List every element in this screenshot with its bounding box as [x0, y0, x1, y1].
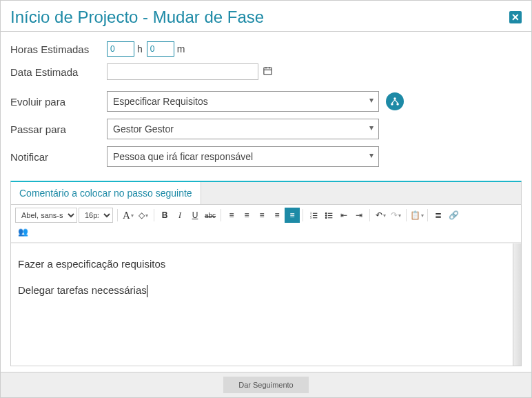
- date-input[interactable]: [107, 63, 258, 80]
- row-hours: Horas Estimadas h m: [10, 41, 522, 57]
- dialog-footer: Dar Seguimento: [1, 372, 531, 397]
- undo-icon[interactable]: ↶: [373, 208, 388, 223]
- separator: [303, 209, 303, 221]
- align-center-icon[interactable]: ≡: [239, 208, 254, 223]
- date-label: Data Estimada: [10, 66, 107, 78]
- strikethrough-icon[interactable]: abc: [203, 208, 218, 223]
- separator: [369, 209, 370, 221]
- redo-icon[interactable]: ↷: [388, 208, 403, 223]
- separator: [406, 209, 407, 221]
- underline-icon[interactable]: U: [187, 208, 203, 223]
- comment-panel: Comentário a colocar no passo seguinte A…: [10, 181, 522, 366]
- separator: [427, 209, 428, 221]
- minutes-unit: m: [177, 43, 185, 54]
- unordered-list-icon[interactable]: [321, 208, 336, 223]
- row-date: Data Estimada: [10, 63, 522, 80]
- paste-icon[interactable]: 📋: [409, 208, 424, 223]
- font-family-select[interactable]: Abel, sans-serif: [15, 208, 77, 223]
- dialog: Início de Projecto - Mudar de Fase ✕ Hor…: [0, 0, 532, 398]
- svg-line-7: [392, 100, 395, 103]
- svg-rect-0: [264, 68, 272, 74]
- font-color-icon[interactable]: A: [121, 208, 136, 223]
- dialog-header: Início de Projecto - Mudar de Fase ✕: [1, 1, 531, 32]
- separator: [154, 209, 154, 221]
- notify-select[interactable]: Pessoa que irá ficar responsável: [107, 146, 379, 167]
- svg-point-5: [391, 103, 393, 106]
- italic-icon[interactable]: I: [172, 208, 187, 223]
- pass-label: Passar para: [10, 123, 107, 135]
- scrollbar[interactable]: [513, 243, 521, 366]
- pass-select[interactable]: Gestor Gestor: [107, 119, 379, 139]
- font-size-select[interactable]: 16px: [79, 208, 113, 223]
- editor-wrap: Fazer a especificação requisitos Delegar…: [11, 243, 521, 366]
- hours-unit: h: [137, 43, 143, 54]
- row-pass: Passar para Gestor Gestor: [10, 119, 522, 139]
- calendar-icon[interactable]: [263, 66, 273, 79]
- tab-comment[interactable]: Comentário a colocar no passo seguinte: [11, 182, 201, 204]
- svg-line-8: [395, 100, 398, 103]
- svg-point-18: [325, 212, 327, 214]
- close-icon[interactable]: ✕: [509, 11, 522, 23]
- evolve-select[interactable]: Especificar Requisitos: [107, 91, 379, 112]
- highlight-color-icon[interactable]: ◇: [136, 208, 151, 223]
- align-left-icon[interactable]: ≡: [224, 208, 239, 223]
- hours-input[interactable]: [107, 41, 134, 57]
- comment-editor[interactable]: Fazer a especificação requisitos Delegar…: [11, 243, 513, 366]
- minutes-input[interactable]: [147, 41, 174, 57]
- notify-label: Notificar: [10, 151, 107, 163]
- user-mention-icon[interactable]: 👥: [15, 224, 30, 239]
- separator: [117, 209, 118, 221]
- submit-button[interactable]: Dar Seguimento: [223, 377, 309, 393]
- editor-toolbar: Abel, sans-serif 16px A ◇ B I U abc ≡ ≡ …: [11, 205, 521, 243]
- svg-point-20: [325, 217, 327, 218]
- evolve-label: Evoluir para: [10, 96, 107, 108]
- row-notify: Notificar Pessoa que irá ficar responsáv…: [10, 146, 522, 167]
- dialog-title: Início de Projecto - Mudar de Fase: [10, 8, 264, 27]
- ordered-list-icon[interactable]: 123: [306, 208, 321, 223]
- dialog-body: Horas Estimadas h m Data Estimada Evolui…: [1, 32, 531, 372]
- align-justify-icon[interactable]: ≡: [269, 208, 285, 223]
- svg-point-6: [396, 103, 399, 106]
- network-icon[interactable]: [386, 92, 404, 110]
- bold-icon[interactable]: B: [157, 208, 172, 223]
- indent-icon[interactable]: ⇥: [351, 208, 367, 223]
- text-caret: [147, 285, 147, 297]
- row-evolve: Evoluir para Especificar Requisitos: [10, 91, 522, 112]
- tab-bar: Comentário a colocar no passo seguinte: [11, 182, 521, 205]
- outdent-icon[interactable]: ⇤: [336, 208, 351, 223]
- separator: [221, 209, 221, 221]
- align-right-icon[interactable]: ≡: [254, 208, 269, 223]
- editor-line: Fazer a especificação requisitos: [18, 256, 506, 272]
- svg-point-4: [393, 97, 396, 100]
- hours-label: Horas Estimadas: [10, 43, 107, 55]
- svg-point-19: [325, 215, 327, 216]
- align-active-icon[interactable]: ≡: [285, 208, 300, 223]
- svg-text:3: 3: [310, 216, 311, 219]
- editor-line: Delegar tarefas necessárias: [18, 282, 506, 299]
- insert-icon[interactable]: ≣: [431, 208, 446, 223]
- link-icon[interactable]: 🔗: [446, 208, 461, 223]
